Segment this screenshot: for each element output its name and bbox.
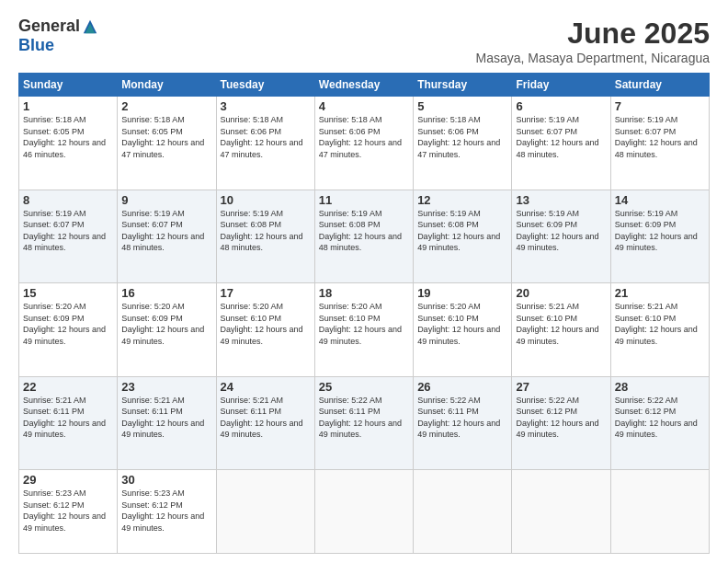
day-number: 24: [221, 380, 311, 394]
table-row: 12 Sunrise: 5:19 AMSunset: 6:08 PMDaylig…: [414, 190, 512, 283]
table-row: 25 Sunrise: 5:22 AMSunset: 6:11 PMDaylig…: [314, 376, 413, 470]
day-info: Sunrise: 5:21 AMSunset: 6:11 PMDaylight:…: [121, 396, 204, 440]
day-info: Sunrise: 5:21 AMSunset: 6:10 PMDaylight:…: [516, 302, 598, 346]
day-number: 13: [516, 193, 606, 207]
day-number: 22: [23, 380, 113, 394]
table-row: 26 Sunrise: 5:22 AMSunset: 6:11 PMDaylig…: [414, 376, 512, 470]
day-number: 4: [319, 99, 409, 113]
day-number: 2: [121, 99, 211, 113]
day-number: 9: [121, 193, 211, 207]
day-info: Sunrise: 5:18 AMSunset: 6:06 PMDaylight:…: [417, 115, 500, 159]
title-section: June 2025 Masaya, Masaya Department, Nic…: [476, 17, 710, 65]
day-number: 15: [23, 286, 113, 300]
day-info: Sunrise: 5:20 AMSunset: 6:10 PMDaylight:…: [417, 302, 500, 346]
day-number: 16: [121, 286, 211, 300]
calendar-row: 8 Sunrise: 5:19 AMSunset: 6:07 PMDayligh…: [19, 190, 710, 283]
table-row: [314, 470, 413, 554]
col-friday: Friday: [512, 74, 610, 97]
col-tuesday: Tuesday: [216, 74, 314, 97]
day-number: 25: [319, 380, 409, 394]
day-number: 23: [121, 380, 211, 394]
day-info: Sunrise: 5:19 AMSunset: 6:09 PMDaylight:…: [615, 209, 698, 253]
table-row: 13 Sunrise: 5:19 AMSunset: 6:09 PMDaylig…: [512, 190, 610, 283]
day-number: 27: [516, 380, 606, 394]
table-row: 14 Sunrise: 5:19 AMSunset: 6:09 PMDaylig…: [610, 190, 709, 283]
day-info: Sunrise: 5:19 AMSunset: 6:07 PMDaylight:…: [23, 209, 106, 253]
table-row: [216, 470, 314, 554]
calendar: Sunday Monday Tuesday Wednesday Thursday…: [18, 73, 710, 554]
day-info: Sunrise: 5:22 AMSunset: 6:12 PMDaylight:…: [615, 396, 698, 440]
table-row: 4 Sunrise: 5:18 AMSunset: 6:06 PMDayligh…: [314, 97, 413, 190]
day-number: 30: [121, 473, 211, 487]
col-sunday: Sunday: [19, 74, 118, 97]
day-number: 10: [221, 193, 311, 207]
day-info: Sunrise: 5:23 AMSunset: 6:12 PMDaylight:…: [121, 488, 204, 533]
calendar-row: 1 Sunrise: 5:18 AMSunset: 6:05 PMDayligh…: [19, 97, 710, 190]
table-row: [512, 470, 610, 554]
table-row: 18 Sunrise: 5:20 AMSunset: 6:10 PMDaylig…: [314, 283, 413, 377]
table-row: 29 Sunrise: 5:23 AMSunset: 6:12 PMDaylig…: [19, 470, 118, 554]
day-info: Sunrise: 5:18 AMSunset: 6:05 PMDaylight:…: [121, 115, 204, 159]
calendar-row: 29 Sunrise: 5:23 AMSunset: 6:12 PMDaylig…: [19, 470, 710, 554]
table-row: 24 Sunrise: 5:21 AMSunset: 6:11 PMDaylig…: [216, 376, 314, 470]
day-number: 20: [516, 286, 606, 300]
table-row: 17 Sunrise: 5:20 AMSunset: 6:10 PMDaylig…: [216, 283, 314, 377]
logo-blue-text: Blue: [18, 36, 54, 55]
table-row: 15 Sunrise: 5:20 AMSunset: 6:09 PMDaylig…: [19, 283, 118, 377]
table-row: 7 Sunrise: 5:19 AMSunset: 6:07 PMDayligh…: [610, 97, 709, 190]
subtitle: Masaya, Masaya Department, Nicaragua: [476, 51, 710, 65]
day-number: 8: [23, 193, 113, 207]
table-row: 1 Sunrise: 5:18 AMSunset: 6:05 PMDayligh…: [19, 97, 118, 190]
day-number: 1: [23, 99, 113, 113]
day-info: Sunrise: 5:19 AMSunset: 6:08 PMDaylight:…: [417, 209, 500, 253]
day-number: 6: [516, 99, 606, 113]
table-row: 2 Sunrise: 5:18 AMSunset: 6:05 PMDayligh…: [118, 97, 216, 190]
day-info: Sunrise: 5:22 AMSunset: 6:12 PMDaylight:…: [516, 396, 598, 440]
col-thursday: Thursday: [414, 74, 512, 97]
day-info: Sunrise: 5:19 AMSunset: 6:07 PMDaylight:…: [516, 115, 598, 159]
table-row: 22 Sunrise: 5:21 AMSunset: 6:11 PMDaylig…: [19, 376, 118, 470]
day-number: 12: [417, 193, 507, 207]
day-info: Sunrise: 5:18 AMSunset: 6:06 PMDaylight:…: [221, 115, 303, 159]
day-number: 17: [221, 286, 311, 300]
day-info: Sunrise: 5:23 AMSunset: 6:12 PMDaylight:…: [23, 488, 106, 533]
table-row: 11 Sunrise: 5:19 AMSunset: 6:08 PMDaylig…: [314, 190, 413, 283]
month-title: June 2025: [476, 17, 710, 51]
day-info: Sunrise: 5:18 AMSunset: 6:05 PMDaylight:…: [23, 115, 106, 159]
day-number: 11: [319, 193, 409, 207]
col-wednesday: Wednesday: [314, 74, 413, 97]
day-number: 19: [417, 286, 507, 300]
day-info: Sunrise: 5:21 AMSunset: 6:11 PMDaylight:…: [221, 396, 303, 440]
table-row: 19 Sunrise: 5:20 AMSunset: 6:10 PMDaylig…: [414, 283, 512, 377]
table-row: 3 Sunrise: 5:18 AMSunset: 6:06 PMDayligh…: [216, 97, 314, 190]
table-row: [610, 470, 709, 554]
day-info: Sunrise: 5:20 AMSunset: 6:10 PMDaylight:…: [221, 302, 303, 346]
logo-general-text: General: [18, 17, 80, 36]
calendar-row: 15 Sunrise: 5:20 AMSunset: 6:09 PMDaylig…: [19, 283, 710, 377]
table-row: 10 Sunrise: 5:19 AMSunset: 6:08 PMDaylig…: [216, 190, 314, 283]
day-info: Sunrise: 5:19 AMSunset: 6:07 PMDaylight:…: [121, 209, 204, 253]
header: General Blue June 2025 Masaya, Masaya De…: [18, 17, 710, 65]
day-info: Sunrise: 5:20 AMSunset: 6:10 PMDaylight:…: [319, 302, 402, 346]
logo: General Blue: [18, 17, 100, 55]
day-info: Sunrise: 5:19 AMSunset: 6:09 PMDaylight:…: [516, 209, 598, 253]
day-number: 26: [417, 380, 507, 394]
day-number: 5: [417, 99, 507, 113]
calendar-row: 22 Sunrise: 5:21 AMSunset: 6:11 PMDaylig…: [19, 376, 710, 470]
table-row: 23 Sunrise: 5:21 AMSunset: 6:11 PMDaylig…: [118, 376, 216, 470]
table-row: 20 Sunrise: 5:21 AMSunset: 6:10 PMDaylig…: [512, 283, 610, 377]
table-row: [414, 470, 512, 554]
day-info: Sunrise: 5:21 AMSunset: 6:11 PMDaylight:…: [23, 396, 106, 440]
table-row: 27 Sunrise: 5:22 AMSunset: 6:12 PMDaylig…: [512, 376, 610, 470]
table-row: 30 Sunrise: 5:23 AMSunset: 6:12 PMDaylig…: [118, 470, 216, 554]
calendar-header-row: Sunday Monday Tuesday Wednesday Thursday…: [19, 74, 710, 97]
table-row: 21 Sunrise: 5:21 AMSunset: 6:10 PMDaylig…: [610, 283, 709, 377]
table-row: 16 Sunrise: 5:20 AMSunset: 6:09 PMDaylig…: [118, 283, 216, 377]
day-info: Sunrise: 5:19 AMSunset: 6:08 PMDaylight:…: [221, 209, 303, 253]
day-info: Sunrise: 5:19 AMSunset: 6:08 PMDaylight:…: [319, 209, 402, 253]
day-info: Sunrise: 5:20 AMSunset: 6:09 PMDaylight:…: [121, 302, 204, 346]
day-number: 7: [615, 99, 705, 113]
day-info: Sunrise: 5:20 AMSunset: 6:09 PMDaylight:…: [23, 302, 106, 346]
day-info: Sunrise: 5:19 AMSunset: 6:07 PMDaylight:…: [615, 115, 698, 159]
table-row: 28 Sunrise: 5:22 AMSunset: 6:12 PMDaylig…: [610, 376, 709, 470]
